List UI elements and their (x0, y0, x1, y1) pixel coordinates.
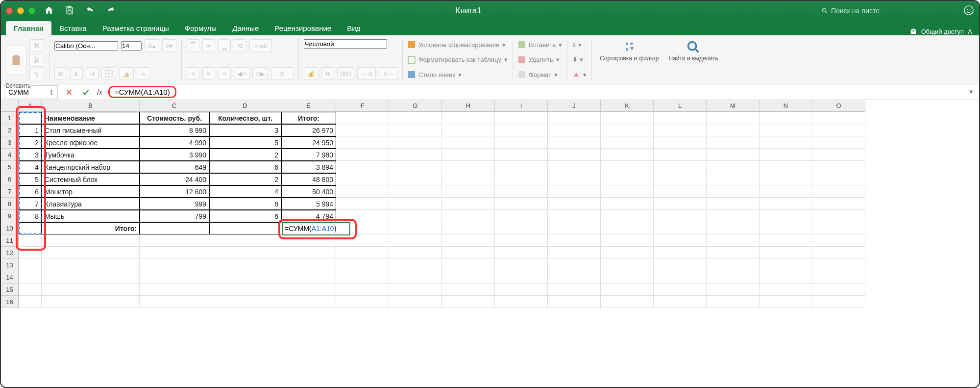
cell-C6[interactable]: 24 400 (140, 173, 209, 185)
maximize-window-button[interactable] (28, 7, 35, 14)
percent-button[interactable]: % (321, 67, 334, 80)
cell-E6[interactable]: 48 800 (281, 173, 336, 185)
format-as-table-button[interactable]: Форматировать как таблицу ▾ (408, 54, 508, 65)
cell-I1[interactable] (495, 112, 548, 124)
cell-K13[interactable] (601, 259, 654, 271)
cell-C2[interactable]: 8 990 (140, 124, 209, 136)
cell-M12[interactable] (707, 247, 760, 259)
cell-H2[interactable] (442, 124, 495, 136)
cell-H12[interactable] (442, 247, 495, 259)
cell-H10[interactable] (442, 222, 495, 234)
cell-L13[interactable] (654, 259, 707, 271)
cell-L11[interactable] (654, 234, 707, 247)
cell-I5[interactable] (495, 161, 548, 173)
cell-M8[interactable] (707, 198, 760, 210)
col-header-N[interactable]: N (760, 100, 812, 112)
find-select-button[interactable]: Найти и выделить (665, 39, 721, 80)
cell-L8[interactable] (654, 198, 707, 210)
cell-I12[interactable] (495, 247, 548, 259)
cell-O10[interactable] (812, 222, 865, 234)
underline-button[interactable]: Ч (86, 67, 98, 80)
cell-F16[interactable] (336, 296, 389, 308)
wrap-text-button[interactable]: ↩ab (249, 39, 272, 52)
cell-K8[interactable] (601, 198, 654, 210)
cell-N7[interactable] (760, 185, 812, 198)
cell-O7[interactable] (812, 185, 865, 198)
cell-M9[interactable] (707, 210, 760, 222)
cell-J8[interactable] (548, 198, 601, 210)
cell-G14[interactable] (389, 271, 442, 284)
cell-A14[interactable] (19, 271, 42, 284)
cell-A5[interactable]: 4 (19, 161, 42, 173)
cell-G8[interactable] (389, 198, 442, 210)
cell-H6[interactable] (442, 173, 495, 185)
cell-C8[interactable]: 999 (140, 198, 209, 210)
cell-F13[interactable] (336, 259, 389, 271)
cell-A7[interactable]: 6 (19, 185, 42, 198)
cell-L4[interactable] (654, 149, 707, 161)
row-header-11[interactable]: 11 (1, 234, 19, 247)
cell-H8[interactable] (442, 198, 495, 210)
tab-data[interactable]: Данные (224, 21, 267, 35)
cell-H11[interactable] (442, 234, 495, 247)
cell-N13[interactable] (760, 259, 812, 271)
cell-G6[interactable] (389, 173, 442, 185)
cell-D11[interactable] (209, 234, 281, 247)
borders-button[interactable] (101, 67, 116, 80)
row-header-5[interactable]: 5 (1, 161, 19, 173)
cell-D1[interactable]: Количество, шт. (209, 112, 281, 124)
currency-button[interactable]: 💰 (304, 67, 318, 80)
home-icon[interactable] (44, 5, 54, 17)
cell-I4[interactable] (495, 149, 548, 161)
copy-icon[interactable] (29, 54, 44, 67)
cell-D5[interactable]: 6 (209, 161, 281, 173)
cell-O1[interactable] (812, 112, 865, 124)
row-header-9[interactable]: 9 (1, 210, 19, 222)
cell-M5[interactable] (707, 161, 760, 173)
cell-B6[interactable]: Системный блок (42, 173, 140, 185)
cell-J9[interactable] (548, 210, 601, 222)
cell-H13[interactable] (442, 259, 495, 271)
cell-M7[interactable] (707, 185, 760, 198)
cell-B12[interactable] (42, 247, 140, 259)
cell-F14[interactable] (336, 271, 389, 284)
cell-H9[interactable] (442, 210, 495, 222)
cell-B5[interactable]: Канцелярский набор (42, 161, 140, 173)
cell-O14[interactable] (812, 271, 865, 284)
cell-G3[interactable] (389, 136, 442, 149)
font-color-button[interactable]: A (137, 67, 149, 80)
cell-A11[interactable] (19, 234, 42, 247)
cell-B11[interactable] (42, 234, 140, 247)
cell-E12[interactable] (281, 247, 336, 259)
row-header-6[interactable]: 6 (1, 173, 19, 185)
cell-M15[interactable] (707, 284, 760, 296)
cell-I6[interactable] (495, 173, 548, 185)
cell-C12[interactable] (140, 247, 209, 259)
cell-O8[interactable] (812, 198, 865, 210)
cell-J14[interactable] (548, 271, 601, 284)
cell-L14[interactable] (654, 271, 707, 284)
cell-N16[interactable] (760, 296, 812, 308)
tab-page-layout[interactable]: Разметка страницы (95, 21, 177, 35)
cell-O6[interactable] (812, 173, 865, 185)
cell-J16[interactable] (548, 296, 601, 308)
indent-decrease-button[interactable]: ◀≡ (234, 67, 249, 80)
row-header-1[interactable]: 1 (1, 112, 19, 124)
cell-D3[interactable]: 5 (209, 136, 281, 149)
cell-M16[interactable] (707, 296, 760, 308)
cell-D8[interactable]: 6 (209, 198, 281, 210)
cell-K10[interactable] (601, 222, 654, 234)
cell-O4[interactable] (812, 149, 865, 161)
clear-button[interactable]: ▾ (572, 69, 587, 80)
comma-button[interactable]: 000 (337, 67, 355, 80)
cell-D2[interactable]: 3 (209, 124, 281, 136)
cell-O5[interactable] (812, 161, 865, 173)
align-center-button[interactable]: ≡ (202, 67, 215, 80)
undo-icon[interactable] (85, 5, 95, 17)
align-right-button[interactable]: ≡ (218, 67, 231, 80)
col-header-F[interactable]: F (336, 100, 389, 112)
cell-J6[interactable] (548, 173, 601, 185)
cell-K12[interactable] (601, 247, 654, 259)
cell-F8[interactable] (336, 198, 389, 210)
cell-K15[interactable] (601, 284, 654, 296)
